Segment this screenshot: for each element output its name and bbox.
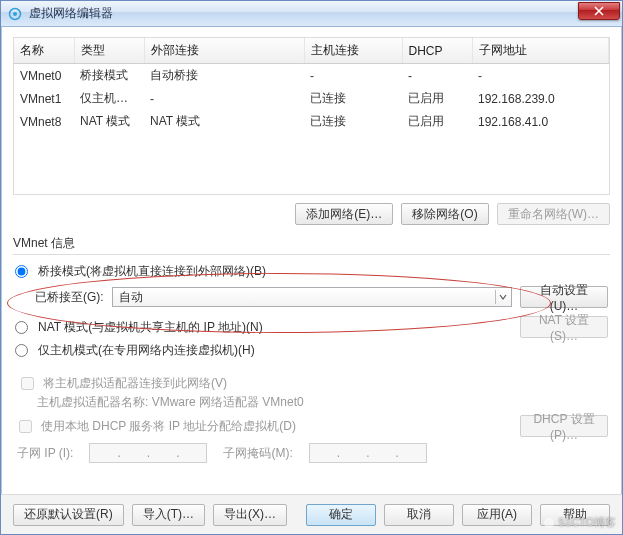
nat-mode-radio[interactable] — [15, 321, 28, 334]
auto-settings-button[interactable]: 自动设置(U)… — [520, 286, 608, 308]
import-button[interactable]: 导入(T)… — [132, 504, 205, 526]
export-button[interactable]: 导出(X)… — [213, 504, 287, 526]
col-external[interactable]: 外部连接 — [144, 38, 304, 64]
rename-network-button: 重命名网络(W)… — [497, 203, 610, 225]
vmnet-info-title: VMnet 信息 — [13, 235, 610, 252]
watermark: 51CTO博客 — [543, 515, 616, 530]
cell: VMnet8 — [14, 110, 74, 133]
use-dhcp-label: 使用本地 DHCP 服务将 IP 地址分配给虚拟机(D) — [41, 418, 296, 435]
cell: 已连接 — [304, 110, 402, 133]
add-network-button[interactable]: 添加网络(E)… — [295, 203, 393, 225]
nat-mode-label: NAT 模式(与虚拟机共享主机的 IP 地址)(N) — [38, 319, 263, 336]
table-row[interactable]: VMnet0 桥接模式 自动桥接 - - - — [14, 64, 609, 88]
bridge-mode-row: 桥接模式(将虚拟机直接连接到外部网络)(B) — [15, 259, 608, 284]
cell: 192.168.239.0 — [472, 87, 609, 110]
host-adapter-name-label: 主机虚拟适配器名称: VMware 网络适配器 VMnet0 — [15, 394, 608, 411]
dhcp-settings-button: DHCP 设置(P)… — [520, 415, 608, 437]
content-area: 名称 类型 外部连接 主机连接 DHCP 子网地址 VMnet0 桥接模式 自动… — [1, 27, 622, 534]
dialog-window: 虚拟网络编辑器 名称 类型 外部连接 主机连接 DHCP 子网地址 — [0, 0, 623, 535]
col-name[interactable]: 名称 — [14, 38, 74, 64]
cell: 已启用 — [402, 110, 472, 133]
vmnet-info-group: 桥接模式(将虚拟机直接连接到外部网络)(B) 已桥接至(G): 自动 自动设置(… — [13, 254, 610, 469]
bridge-to-label: 已桥接至(G): — [35, 289, 104, 306]
cell: 桥接模式 — [74, 64, 144, 88]
window-title: 虚拟网络编辑器 — [29, 5, 578, 22]
bridge-to-value: 自动 — [119, 289, 143, 306]
cell: NAT 模式 — [144, 110, 304, 133]
cell: 192.168.41.0 — [472, 110, 609, 133]
table-row[interactable]: VMnet8 NAT 模式 NAT 模式 已连接 已启用 192.168.41.… — [14, 110, 609, 133]
use-dhcp-checkbox — [19, 420, 32, 433]
subnet-row: 子网 IP (I): ... 子网掩码(M): ... — [15, 437, 608, 463]
cell: 已连接 — [304, 87, 402, 110]
bridge-mode-radio[interactable] — [15, 265, 28, 278]
connect-host-adapter-checkbox — [21, 377, 34, 390]
ok-button[interactable]: 确定 — [306, 504, 376, 526]
title-bar: 虚拟网络编辑器 — [1, 1, 622, 27]
col-type[interactable]: 类型 — [74, 38, 144, 64]
cell: - — [472, 64, 609, 88]
connect-host-adapter-label: 将主机虚拟适配器连接到此网络(V) — [43, 375, 227, 392]
close-icon — [594, 6, 604, 16]
chevron-down-icon — [495, 290, 509, 304]
bridge-mode-label: 桥接模式(将虚拟机直接连接到外部网络)(B) — [38, 263, 266, 280]
table-toolbar: 添加网络(E)… 移除网络(O) 重命名网络(W)… — [13, 203, 610, 225]
app-icon — [7, 6, 23, 22]
table-row[interactable]: VMnet1 仅主机… - 已连接 已启用 192.168.239.0 — [14, 87, 609, 110]
col-dhcp[interactable]: DHCP — [402, 38, 472, 64]
cell: 自动桥接 — [144, 64, 304, 88]
cell: NAT 模式 — [74, 110, 144, 133]
dialog-footer: 还原默认设置(R) 导入(T)… 导出(X)… 确定 取消 应用(A) 帮助 — [1, 494, 622, 534]
cell: VMnet0 — [14, 64, 74, 88]
svg-point-1 — [13, 12, 17, 16]
cell: VMnet1 — [14, 87, 74, 110]
remove-network-button[interactable]: 移除网络(O) — [401, 203, 488, 225]
apply-button[interactable]: 应用(A) — [462, 504, 532, 526]
subnet-mask-input: ... — [309, 443, 427, 463]
subnet-mask-label: 子网掩码(M): — [223, 445, 292, 462]
cancel-button[interactable]: 取消 — [384, 504, 454, 526]
cell: - — [144, 87, 304, 110]
col-host[interactable]: 主机连接 — [304, 38, 402, 64]
bridge-to-select[interactable]: 自动 — [112, 287, 512, 307]
cell: - — [402, 64, 472, 88]
cell: 已启用 — [402, 87, 472, 110]
restore-defaults-button[interactable]: 还原默认设置(R) — [13, 504, 124, 526]
hostonly-mode-label: 仅主机模式(在专用网络内连接虚拟机)(H) — [38, 342, 255, 359]
window-close-button[interactable] — [578, 2, 620, 20]
watermark-text: 51CTO博客 — [559, 515, 616, 530]
network-table[interactable]: 名称 类型 外部连接 主机连接 DHCP 子网地址 VMnet0 桥接模式 自动… — [13, 37, 610, 195]
watermark-icon — [543, 517, 555, 529]
cell: 仅主机… — [74, 87, 144, 110]
subnet-ip-label: 子网 IP (I): — [17, 445, 73, 462]
cell: - — [304, 64, 402, 88]
nat-settings-button: NAT 设置(S)… — [520, 316, 608, 338]
hostonly-mode-radio[interactable] — [15, 344, 28, 357]
col-subnet[interactable]: 子网地址 — [472, 38, 609, 64]
subnet-ip-input: ... — [89, 443, 207, 463]
svg-point-2 — [544, 518, 554, 528]
